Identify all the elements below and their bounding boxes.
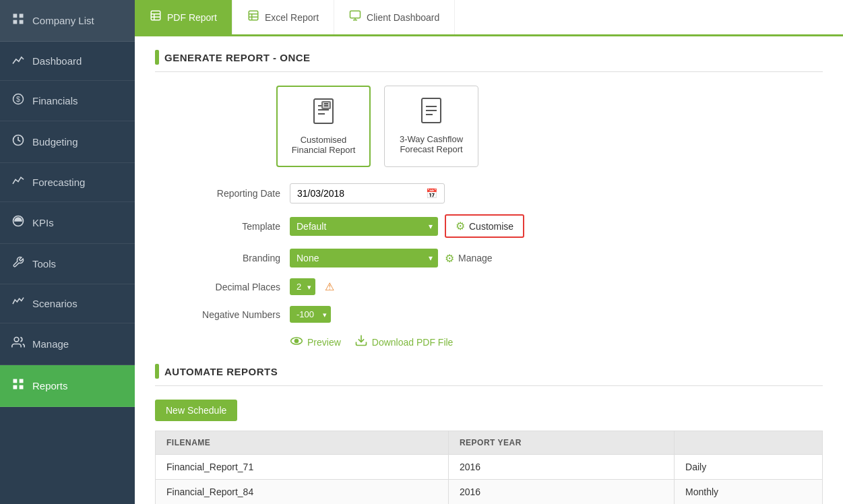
download-label: Download PDF File [372,337,454,348]
sidebar-label-financials: Financials [32,95,78,106]
action-row: Preview Download PDF File [290,334,823,350]
customise-button[interactable]: ⚙ Customise [445,214,524,238]
reporting-date-input[interactable]: 31/03/2018 📅 [290,183,445,203]
sidebar-item-budgeting[interactable]: Budgeting [0,121,135,163]
svg-rect-12 [20,385,24,389]
branding-control: None Brand 1 ⚙ Manage [290,249,493,267]
negative-numbers-row: Negative Numbers -100 (100) [195,306,823,323]
tab-pdf-report[interactable]: PDF Report [135,0,232,34]
dashboard-icon [11,54,26,68]
branding-row: Branding None Brand 1 ⚙ Manage [195,249,823,267]
section-bar-generate [155,50,159,65]
template-row: Template Default Template 1 Template 2 ⚙… [195,214,823,238]
sidebar-label-manage: Manage [32,338,69,350]
svg-rect-11 [13,385,18,389]
svg-rect-1 [20,14,24,18]
calendar-icon: 📅 [426,188,437,199]
sidebar-label-tools: Tools [32,258,56,270]
sidebar-label-scenarios: Scenarios [32,298,77,309]
svg-rect-17 [249,11,258,20]
download-icon [354,334,368,350]
tab-bar: PDF Report Excel Report Client Dashboard [135,0,843,36]
sidebar-item-scenarios[interactable]: Scenarios [0,284,135,323]
template-control: Default Template 1 Template 2 ⚙ Customis… [290,214,524,238]
cell-year-1: 2016 [448,455,674,480]
3way-cashflow-icon [393,97,470,129]
main-content: PDF Report Excel Report Client Dashboard… [135,0,843,504]
financials-icon: $ [11,93,26,108]
budgeting-icon [11,133,26,150]
tools-icon [11,256,26,272]
warning-icon: ⚠ [325,280,334,293]
forecasting-icon [11,175,26,189]
generate-section-header: GENERATE REPORT - ONCE [155,50,823,72]
reporting-date-control: 31/03/2018 📅 [290,183,445,203]
sidebar-item-tools[interactable]: Tools [0,244,135,284]
sidebar-label-dashboard: Dashboard [32,55,82,67]
table-row: Financial_Report_84 2016 Monthly [156,480,823,505]
sidebar-item-forecasting[interactable]: Forecasting [0,163,135,202]
preview-icon [290,335,303,349]
sidebar-label-forecasting: Forecasting [32,177,85,188]
sidebar-item-financials[interactable]: $ Financials [0,81,135,121]
col-filename: FILENAME [156,431,449,455]
tab-client-dashboard[interactable]: Client Dashboard [334,0,455,34]
download-button[interactable]: Download PDF File [354,334,454,350]
tab-pdf-report-label: PDF Report [167,12,217,23]
company-list-icon [11,12,26,29]
card-3way-cashflow[interactable]: 3-Way Cashflow Forecast Report [384,86,478,167]
cell-year-2: 2016 [448,480,674,505]
negative-numbers-select[interactable]: -100 (100) [290,306,331,323]
decimal-places-select[interactable]: 0 1 2 3 [290,278,315,295]
scenarios-icon [11,296,26,311]
reporting-date-value: 31/03/2018 [297,188,344,199]
sidebar-item-company-list[interactable]: Company List [0,0,135,42]
generate-section-title: GENERATE REPORT - ONCE [164,52,311,63]
manage-label: Manage [458,253,493,263]
sidebar-item-dashboard[interactable]: Dashboard [0,42,135,81]
card-customised-financial[interactable]: Customised Financial Report [276,86,371,167]
excel-report-icon [247,9,259,25]
col-frequency [675,431,823,455]
manage-button[interactable]: ⚙ Manage [445,252,493,265]
customised-financial-icon [286,98,361,129]
svg-rect-0 [13,14,18,18]
kpis-icon [11,214,26,231]
sidebar-item-reports[interactable]: Reports [0,365,135,407]
tab-excel-report[interactable]: Excel Report [232,0,334,34]
negative-numbers-select-wrapper: -100 (100) [290,306,331,323]
content-area: GENERATE REPORT - ONCE Customised Fina [135,36,843,504]
tab-client-dashboard-label: Client Dashboard [367,12,439,23]
decimal-places-control: 0 1 2 3 ⚠ [290,278,334,295]
sidebar-item-manage[interactable]: Manage [0,323,135,365]
svg-rect-9 [13,379,18,383]
card-3way-cashflow-label: 3-Way Cashflow Forecast Report [393,134,470,154]
cell-frequency-2: Monthly [675,480,823,505]
table-row: Financial_Report_71 2016 Daily [156,455,823,480]
reports-icon [11,377,26,394]
sidebar-item-kpis[interactable]: KPIs [0,202,135,244]
sidebar-label-reports: Reports [32,380,68,391]
card-customised-financial-label: Customised Financial Report [286,135,361,155]
svg-point-8 [14,338,19,342]
branding-select[interactable]: None Brand 1 [290,249,438,267]
section-bar-automate [155,364,159,379]
svg-point-36 [295,340,299,343]
template-select[interactable]: Default Template 1 Template 2 [290,217,438,236]
preview-label: Preview [307,337,341,348]
manage-gear-icon: ⚙ [445,252,454,265]
svg-rect-21 [350,11,361,18]
sidebar-label-budgeting: Budgeting [32,136,78,148]
decimal-places-row: Decimal Places 0 1 2 3 ⚠ [195,278,823,295]
automate-section-title: AUTOMATE REPORTS [164,366,278,377]
client-dashboard-icon [349,9,361,25]
template-select-wrapper: Default Template 1 Template 2 [290,217,438,236]
svg-text:$: $ [16,95,20,103]
branding-label: Branding [195,253,290,263]
table-header-row: FILENAME REPORT YEAR [156,431,823,455]
sidebar-label-kpis: KPIs [32,217,54,228]
preview-button[interactable]: Preview [290,335,341,349]
new-schedule-button[interactable]: New Schedule [155,400,237,421]
template-label: Template [195,221,290,232]
svg-rect-3 [20,20,24,24]
